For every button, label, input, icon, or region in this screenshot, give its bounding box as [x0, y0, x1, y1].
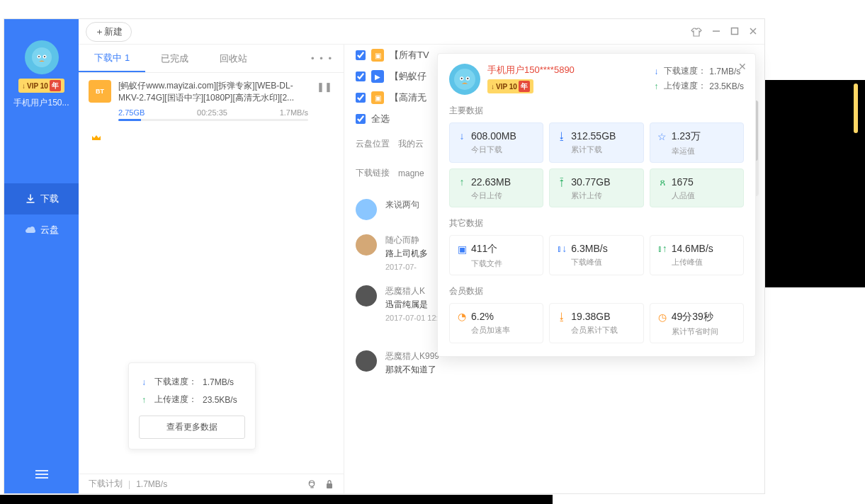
menu-icon[interactable]	[35, 468, 48, 481]
browser-icon[interactable]	[307, 479, 317, 489]
stats-panel: ✕ 手机用户150****5890 ↓ VIP 10年 ↓下载速度：1.7MB/…	[437, 53, 756, 357]
gauge-icon: ◔	[457, 311, 467, 321]
download-list: BT [蚂蚁仔www.mayizai.com][拆弹专家][WEB-DL-MKV…	[79, 73, 344, 474]
checkbox[interactable]	[356, 93, 366, 103]
speed-popup: ↓ 下载速度： 1.7MB/s ↑ 上传速度： 23.5KB/s 查看更多数据	[128, 362, 256, 449]
folder-icon: ▣	[371, 91, 384, 104]
bt-icon: BT	[89, 80, 111, 103]
new-button[interactable]: ＋新建	[86, 22, 132, 42]
avatar	[449, 64, 480, 95]
arrow-up-icon: ↑	[457, 177, 467, 187]
download-title: [蚂蚁仔www.mayizai.com][拆弹专家][WEB-DL-MKV-2.…	[118, 80, 308, 104]
stat-accel: ◔6.2% 会员加速率	[449, 303, 543, 343]
stat-morality: ጸ1675 人品值	[650, 168, 744, 207]
tab-more-icon[interactable]: • • •	[300, 53, 344, 64]
download-size: 2.75GB	[118, 108, 145, 117]
black-region-right	[765, 80, 865, 287]
chart-icon: ⫾↑	[657, 244, 667, 253]
svg-rect-7	[327, 483, 332, 488]
section-main-title: 主要数据	[449, 105, 744, 117]
avatar	[356, 285, 377, 307]
svg-point-3	[38, 56, 40, 57]
stat-files: ▣411个 下载文件	[449, 235, 543, 275]
nav-items: 下载 云盘	[4, 183, 79, 246]
stat-today-download: ↓608.00MB 今日下载	[449, 122, 543, 163]
clock-icon: ◷	[657, 312, 667, 322]
avatar	[356, 234, 377, 256]
stat-today-upload: ↑22.63MB 今日上传	[449, 168, 543, 207]
upload-icon: ⭱	[557, 177, 567, 187]
avatar	[356, 350, 377, 372]
crown-icon[interactable]	[79, 128, 344, 148]
arrow-down-icon: ↓	[139, 377, 149, 387]
tab-completed[interactable]: 已完成	[145, 45, 204, 72]
down-speed-value: 1.7MB/s	[203, 377, 234, 387]
pause-icon[interactable]: ❚❚	[315, 80, 334, 93]
bottom-bar: 下载计划 | 1.7MB/s	[79, 474, 344, 493]
cloud-icon	[25, 224, 36, 236]
avatar[interactable]	[25, 40, 59, 74]
svg-rect-6	[732, 28, 738, 34]
window-controls	[691, 27, 757, 37]
file-icon: ▣	[457, 244, 467, 254]
download-icon: ⭳	[557, 311, 567, 321]
up-speed-label: 上传速度：	[154, 394, 197, 406]
arrow-down-icon: ↓	[457, 131, 467, 141]
checkbox[interactable]	[356, 71, 366, 81]
nav-download[interactable]: 下载	[4, 183, 79, 214]
up-speed-value: 23.5KB/s	[203, 395, 237, 405]
tab-recycle[interactable]: 回收站	[204, 45, 263, 72]
more-data-button[interactable]: 查看更多数据	[139, 416, 245, 439]
video-icon: ▶	[371, 70, 384, 83]
tabs: 下载中 1 已完成 回收站 • • •	[79, 45, 344, 73]
folder-icon: ▣	[371, 49, 384, 62]
arrow-up-icon: ↑	[139, 395, 149, 405]
black-region-bottom	[0, 495, 553, 504]
sidebar-profile[interactable]: ↓ VIP 10年 手机用户150...	[4, 19, 79, 120]
bottom-speed: 1.7MB/s	[136, 479, 167, 489]
minimize-icon[interactable]	[712, 27, 720, 37]
down-speed-label: 下载速度：	[154, 376, 197, 388]
download-pane: 下载中 1 已完成 回收站 • • • BT [蚂蚁仔www.mayizai.c…	[79, 45, 344, 493]
download-item[interactable]: BT [蚂蚁仔www.mayizai.com][拆弹专家][WEB-DL-MKV…	[79, 73, 344, 128]
vip-badge: ↓ VIP 10年	[487, 79, 533, 93]
stat-total-download: ⭳312.55GB 累计下载	[549, 122, 643, 163]
chart-icon: ⫾↓	[557, 244, 567, 253]
svg-point-4	[44, 56, 45, 57]
section-other-title: 其它数据	[449, 217, 744, 229]
svg-point-12	[461, 78, 463, 79]
stat-time-saved: ◷49分39秒 累计节省时间	[650, 303, 744, 343]
topbar: ＋新建	[79, 19, 764, 45]
progress-bar	[118, 119, 308, 121]
person-icon: ጸ	[657, 177, 667, 187]
section-member-title: 会员数据	[449, 285, 744, 297]
checkbox-all[interactable]	[356, 114, 366, 124]
arrow-down-icon: ↓	[651, 67, 661, 76]
svg-point-13	[467, 78, 468, 79]
avatar	[356, 199, 377, 220]
arrow-up-icon: ↑	[651, 81, 661, 91]
close-icon[interactable]	[749, 27, 757, 37]
stat-luck: ☆1.23万 幸运值	[650, 122, 744, 163]
lock-icon[interactable]	[325, 479, 334, 489]
star-icon: ☆	[657, 132, 667, 142]
close-icon[interactable]: ✕	[738, 61, 747, 72]
stat-dl-peak: ⫾↓6.3MB/s 下载峰值	[549, 235, 643, 275]
skin-icon[interactable]	[691, 27, 702, 37]
svg-point-9	[454, 69, 475, 90]
sidebar: ↓ VIP 10年 手机用户150... 下载 云盘	[4, 19, 79, 493]
stat-total-upload: ⭱30.77GB 累计上传	[549, 168, 643, 207]
maximize-icon[interactable]	[730, 27, 739, 37]
stats-username: 手机用户150****5890	[487, 64, 575, 76]
svg-point-0	[32, 47, 52, 67]
stat-ul-peak: ⫾↑14.6MB/s 上传峰值	[650, 235, 744, 275]
download-time: 00:25:35	[197, 108, 227, 117]
download-icon	[25, 193, 36, 205]
checkbox[interactable]	[356, 50, 366, 60]
outer-scrollbar[interactable]	[854, 84, 858, 133]
download-speed: 1.7MB/s	[280, 108, 308, 117]
nav-cloud[interactable]: 云盘	[4, 214, 79, 246]
download-plan-label[interactable]: 下载计划	[89, 478, 123, 490]
tab-downloading[interactable]: 下载中 1	[79, 45, 145, 72]
sidebar-username: 手机用户150...	[4, 97, 79, 109]
